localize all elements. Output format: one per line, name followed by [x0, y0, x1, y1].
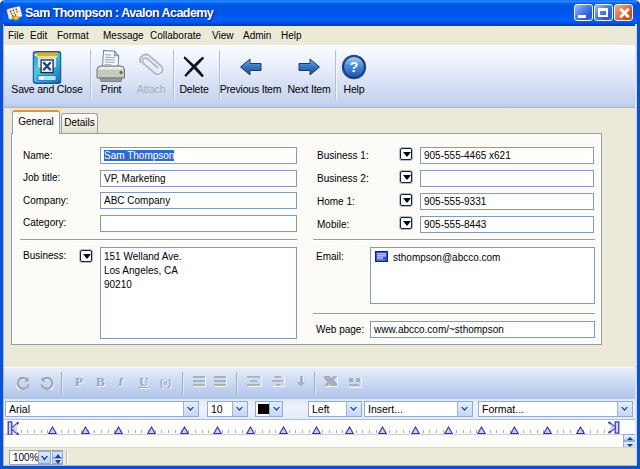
svg-text:?: ? — [350, 59, 359, 75]
